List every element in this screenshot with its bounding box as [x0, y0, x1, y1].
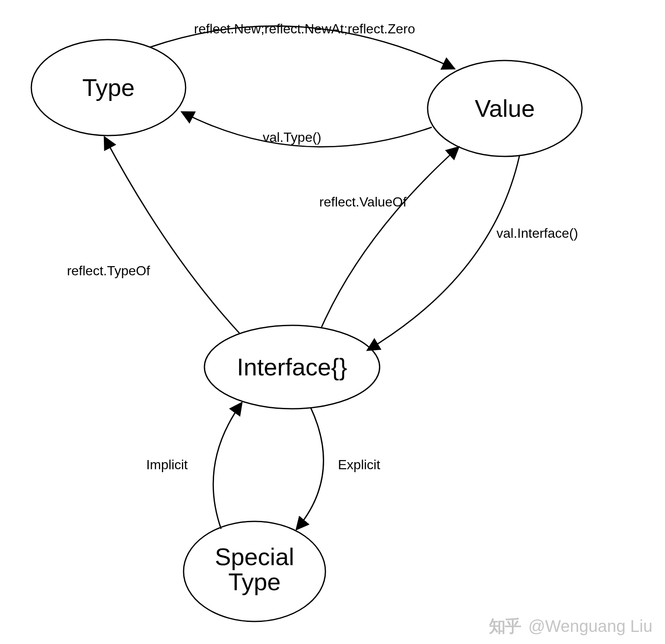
edge-value-to-interface: val.Interface(): [367, 156, 578, 350]
edge-interface-to-type: reflect.TypeOf: [67, 137, 240, 334]
node-value: Value: [428, 60, 582, 156]
node-interface: Interface{}: [204, 325, 380, 409]
edge-special-to-interface-label: Implicit: [146, 457, 188, 472]
node-interface-label: Interface{}: [237, 353, 347, 380]
edge-interface-to-special-label: Explicit: [338, 457, 380, 472]
edge-special-to-interface: Implicit: [146, 402, 242, 529]
node-special-type: Special Type: [184, 521, 325, 621]
node-value-label: Value: [475, 95, 535, 122]
node-type-label: Type: [82, 74, 135, 101]
edge-interface-to-special: Explicit: [296, 408, 380, 530]
edge-type-to-value-label: reflect.New;reflect.NewAt;reflect.Zero: [194, 21, 415, 36]
edge-interface-to-type-label: reflect.TypeOf: [67, 263, 150, 278]
edge-value-to-type: val.Type(): [181, 112, 432, 147]
node-special-label-line2: Type: [228, 568, 281, 595]
edge-value-to-type-label: val.Type(): [263, 130, 321, 145]
reflect-diagram: Type Value Interface{} Special Type refl…: [0, 0, 665, 644]
edge-interface-to-value: reflect.ValueOf: [319, 147, 459, 328]
edge-type-to-value: reflect.New;reflect.NewAt;reflect.Zero: [150, 21, 455, 69]
node-special-label-line1: Special: [215, 543, 294, 570]
edge-interface-to-value-label: reflect.ValueOf: [319, 194, 406, 209]
edge-value-to-interface-label: val.Interface(): [496, 226, 578, 241]
node-type: Type: [31, 40, 186, 136]
